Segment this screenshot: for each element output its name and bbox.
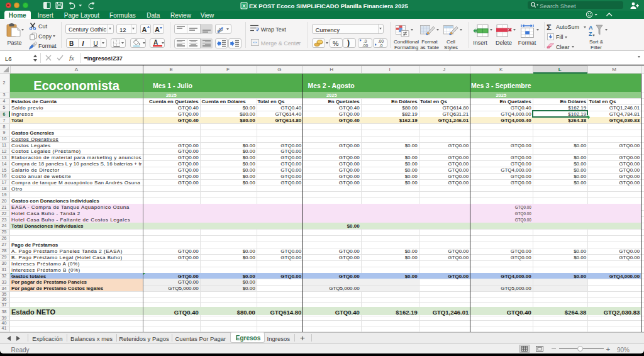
svg-text:X: X	[242, 3, 246, 9]
svg-text:fx: fx	[69, 55, 74, 61]
svg-text:Z: Z	[589, 31, 592, 37]
svg-text:A: A	[589, 25, 593, 31]
